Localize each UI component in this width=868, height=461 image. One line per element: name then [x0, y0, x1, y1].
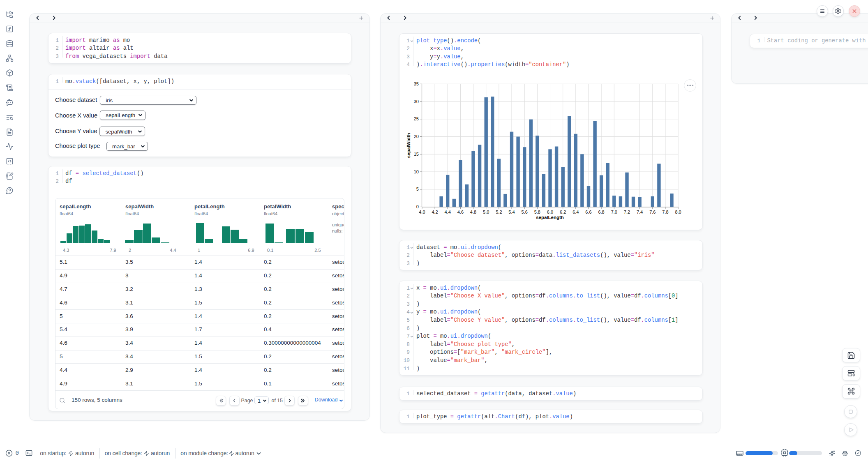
svg-text:7.6: 7.6: [649, 210, 656, 214]
svg-text:5.0: 5.0: [483, 210, 489, 214]
svg-text:sepalWidth: sepalWidth: [406, 133, 411, 158]
svg-text:6.4: 6.4: [573, 210, 579, 214]
svg-text:4.8: 4.8: [470, 210, 476, 214]
svg-text:4.0: 4.0: [419, 210, 425, 214]
svg-text:4.6: 4.6: [457, 210, 463, 214]
svg-text:5.4: 5.4: [508, 210, 515, 214]
svg-text:6.2: 6.2: [560, 210, 566, 214]
svg-text:5.2: 5.2: [496, 210, 502, 214]
svg-text:6.6: 6.6: [585, 210, 591, 214]
svg-text:5.6: 5.6: [521, 210, 527, 214]
svg-text:8.0: 8.0: [675, 210, 681, 214]
svg-text:5.8: 5.8: [534, 210, 540, 214]
svg-text:0: 0: [416, 204, 418, 209]
svg-text:20: 20: [413, 134, 418, 139]
svg-text:4.4: 4.4: [444, 210, 450, 214]
svg-text:7.2: 7.2: [623, 210, 630, 214]
svg-text:sepalLength: sepalLength: [536, 215, 564, 220]
svg-text:7.4: 7.4: [636, 210, 642, 214]
svg-text:6.0: 6.0: [547, 210, 553, 214]
svg-text:5: 5: [416, 187, 418, 191]
svg-text:25: 25: [413, 116, 418, 121]
svg-text:7.8: 7.8: [662, 210, 668, 214]
svg-text:35: 35: [413, 81, 418, 86]
svg-text:15: 15: [413, 152, 418, 157]
svg-text:30: 30: [413, 99, 418, 104]
svg-text:4.2: 4.2: [432, 210, 438, 214]
svg-text:6.8: 6.8: [598, 210, 604, 214]
svg-text:10: 10: [413, 169, 418, 174]
svg-text:7.0: 7.0: [611, 210, 617, 214]
